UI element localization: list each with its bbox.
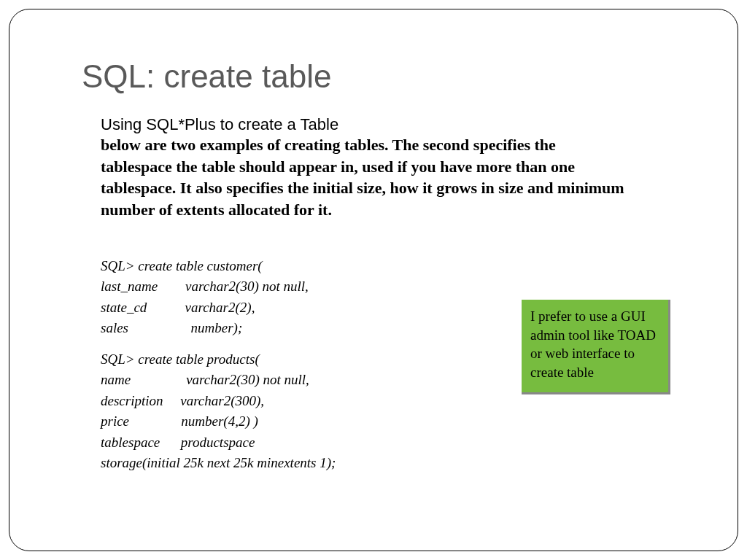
slide-content: SQL: create table Using SQL*Plus to crea… (0, 0, 747, 560)
description: below are two examples of creating table… (101, 134, 630, 221)
subtitle: Using SQL*Plus to create a Table (101, 115, 630, 134)
callout-box: I prefer to use a GUI admin tool like TO… (522, 300, 670, 394)
slide-title: SQL: create table (82, 58, 674, 95)
body-text: Using SQL*Plus to create a Table below a… (101, 115, 630, 221)
